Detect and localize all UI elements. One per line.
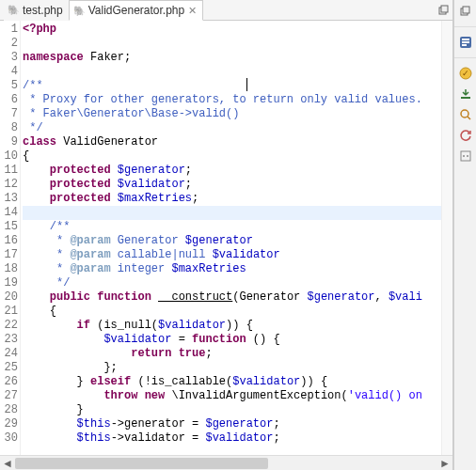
tab-validgenerator-php[interactable]: 🐘 ValidGenerator.php ✕	[69, 0, 204, 21]
line-number: 15	[0, 220, 18, 234]
code-line[interactable]: {	[23, 149, 452, 164]
line-number: 1	[0, 23, 18, 37]
right-toolbar: ✓	[453, 0, 476, 470]
line-number: 2	[0, 37, 18, 51]
scroll-left-icon[interactable]: ◄	[0, 456, 15, 471]
svg-rect-7	[462, 44, 467, 46]
line-number: 6	[0, 93, 18, 107]
tab-bar: 🐘 test.php 🐘 ValidGenerator.php ✕	[0, 0, 452, 21]
line-number: 12	[0, 178, 18, 192]
code-line[interactable]: if (is_null($validator)) {	[23, 319, 452, 333]
code-line[interactable]: * @param callable|null $validator	[23, 248, 452, 262]
svg-rect-5	[462, 39, 469, 40]
code-line[interactable]: } elseif (!is_callable($validator)) {	[23, 375, 452, 389]
line-number: 11	[0, 164, 18, 178]
code-line[interactable]: */	[23, 276, 452, 290]
code-line[interactable]: return true;	[23, 347, 452, 361]
svg-rect-1	[441, 6, 448, 12]
code-line[interactable]: {	[23, 305, 452, 319]
line-number: 5	[0, 79, 18, 93]
ide-root: 🐘 test.php 🐘 ValidGenerator.php ✕ 123456…	[0, 0, 476, 470]
editor-body: 1234567891011121314151617181920212223242…	[0, 21, 452, 455]
tasks-icon[interactable]: ✓	[458, 66, 473, 81]
scroll-track[interactable]	[15, 456, 437, 471]
svg-text:✓: ✓	[462, 69, 469, 78]
line-number: 30	[0, 431, 18, 446]
code-line[interactable]: $this->validator = $validator;	[23, 431, 452, 446]
line-number: 21	[0, 305, 18, 319]
restore-icon[interactable]	[458, 4, 473, 19]
code-line[interactable]: namespace Faker;	[23, 51, 452, 65]
line-number: 13	[0, 192, 18, 206]
php-icon: 🐘	[73, 6, 85, 16]
code-line[interactable]: * Proxy for other generators, to return …	[23, 93, 452, 107]
line-number: 24	[0, 347, 18, 361]
line-number: 23	[0, 333, 18, 347]
svg-rect-10	[461, 97, 470, 99]
line-number: 27	[0, 389, 18, 403]
code-line[interactable]: * @param Generator $generator	[23, 234, 452, 248]
code-line[interactable]: throw new \InvalidArgumentException('val…	[23, 389, 452, 403]
line-number: 26	[0, 375, 18, 389]
line-number: 29	[0, 417, 18, 431]
line-number: 17	[0, 248, 18, 262]
svg-point-15	[467, 155, 468, 157]
svg-rect-6	[462, 41, 469, 43]
line-number: 7	[0, 107, 18, 121]
code-line[interactable]	[23, 206, 452, 220]
code-line[interactable]: /**	[23, 220, 452, 234]
code-line[interactable]: protected $validator;	[23, 178, 452, 192]
editor-area: 🐘 test.php 🐘 ValidGenerator.php ✕ 123456…	[0, 0, 453, 470]
download-icon[interactable]	[458, 86, 473, 102]
overview-ruler[interactable]	[441, 21, 452, 455]
code-line[interactable]: class ValidGenerator	[23, 135, 452, 149]
line-number: 19	[0, 276, 18, 290]
line-number: 3	[0, 51, 18, 65]
svg-point-11	[461, 110, 468, 118]
code-line[interactable]: * Faker\Generator\Base->valid()	[23, 107, 452, 121]
refresh-icon[interactable]	[458, 128, 473, 143]
code-line[interactable]: $this->generator = $generator;	[23, 417, 452, 431]
scroll-right-icon[interactable]: ►	[437, 456, 452, 471]
restore-view-icon[interactable]	[436, 2, 452, 19]
code-line[interactable]: <?php	[23, 23, 452, 37]
code-line[interactable]: };	[23, 361, 452, 375]
code-line[interactable]	[23, 65, 452, 79]
code-line[interactable]: /**	[23, 79, 452, 93]
code-line[interactable]: */	[23, 121, 452, 135]
code-line[interactable]: protected $maxRetries;	[23, 192, 452, 206]
line-number: 18	[0, 262, 18, 276]
bookmarks-icon[interactable]	[458, 149, 473, 164]
line-number: 9	[0, 135, 18, 149]
scroll-thumb[interactable]	[15, 458, 268, 469]
outline-icon[interactable]	[458, 35, 473, 50]
svg-line-12	[468, 117, 470, 119]
line-number: 28	[0, 403, 18, 417]
code-line[interactable]: protected $generator;	[23, 164, 452, 178]
line-number: 8	[0, 121, 18, 135]
horizontal-scrollbar[interactable]: ◄ ►	[0, 455, 452, 470]
code-line[interactable]: public function __construct(Generator $g…	[23, 290, 452, 305]
code-line[interactable]: $validator = function () {	[23, 333, 452, 347]
php-icon: 🐘	[8, 5, 19, 15]
line-number: 4	[0, 65, 18, 79]
line-number: 14	[0, 206, 18, 220]
svg-rect-3	[463, 7, 469, 13]
line-number-gutter: 1234567891011121314151617181920212223242…	[0, 21, 21, 455]
search-icon[interactable]	[458, 107, 473, 122]
tab-label: test.php	[23, 4, 63, 17]
code-view[interactable]: <?phpnamespace Faker;/** * Proxy for oth…	[21, 21, 452, 455]
close-icon[interactable]: ✕	[188, 5, 197, 17]
svg-rect-13	[461, 151, 470, 161]
line-number: 16	[0, 234, 18, 248]
code-line[interactable]: }	[23, 403, 452, 417]
code-line[interactable]	[23, 37, 452, 51]
tab-test-php[interactable]: 🐘 test.php	[4, 0, 69, 21]
line-number: 20	[0, 290, 18, 305]
tab-label: ValidGenerator.php	[88, 4, 185, 17]
line-number: 25	[0, 361, 18, 375]
code-line[interactable]: * @param integer $maxRetries	[23, 262, 452, 276]
line-number: 22	[0, 319, 18, 333]
line-number: 10	[0, 149, 18, 164]
svg-point-14	[463, 155, 465, 157]
